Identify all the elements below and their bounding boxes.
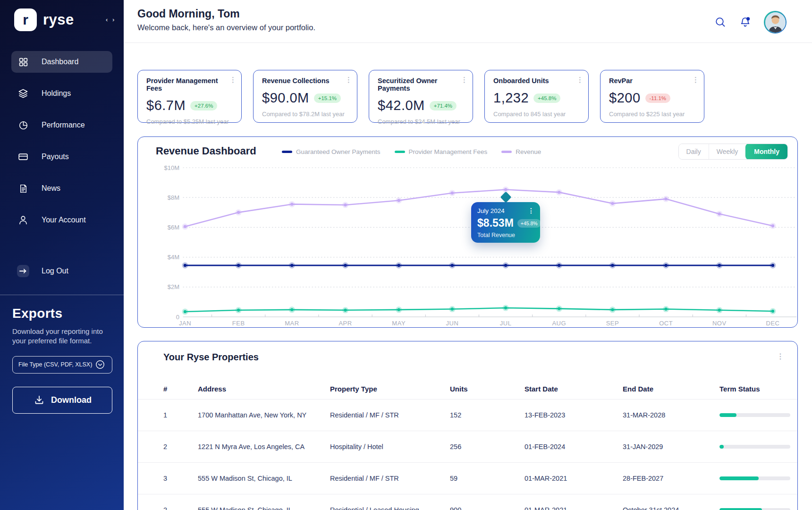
column-header: Term Status bbox=[719, 385, 798, 393]
term-status-fill bbox=[719, 413, 736, 417]
term-status-bar bbox=[719, 445, 790, 449]
sidebar-nav: DashboardHoldingsPerformancePayoutsNewsY… bbox=[0, 51, 124, 292]
kpi-kebab-icon[interactable]: ⋮ bbox=[229, 76, 237, 83]
range-button-weekly[interactable]: Weekly bbox=[709, 144, 746, 159]
exports-title: Exports bbox=[12, 306, 112, 321]
main-content: Good Morning, Tom Welcome back, here's a… bbox=[124, 0, 812, 510]
kpi-value: 1,232 bbox=[493, 90, 529, 106]
legend-label: Revenue bbox=[516, 148, 541, 155]
cell-start: 01-MAR-2021 bbox=[524, 475, 623, 482]
cell-num: 3 bbox=[163, 475, 198, 482]
svg-text:NOV: NOV bbox=[712, 320, 727, 327]
kpi-change-badge: +45.8% bbox=[533, 94, 560, 103]
kpi-compare-text: Compared to $24.5M last year bbox=[378, 118, 466, 125]
kpi-card-securitized-owner-payments: Securitized Owner Payments⋮$42.0M+71.4%C… bbox=[369, 70, 473, 123]
kpi-compare-text: Compared to $5.25M last year bbox=[146, 118, 235, 125]
payouts-icon bbox=[17, 151, 29, 163]
tooltip-change-badge: +45.8% bbox=[517, 219, 541, 228]
download-button[interactable]: Download bbox=[12, 387, 112, 414]
sidebar-item-holdings[interactable]: Holdings bbox=[11, 83, 112, 104]
sidebar-item-news[interactable]: News bbox=[11, 178, 112, 199]
table-row[interactable]: 3555 W Madison St, Chicago, ILResidentia… bbox=[138, 463, 797, 494]
dashboard-icon bbox=[17, 56, 29, 68]
tooltip-value: $8.53M bbox=[477, 217, 514, 230]
search-icon[interactable] bbox=[714, 16, 727, 28]
page-subtitle: Welcome back, here's an overview of your… bbox=[137, 23, 315, 32]
cell-num: 1 bbox=[163, 411, 198, 419]
legend-swatch bbox=[282, 151, 292, 153]
table-row[interactable]: 2555 W Madison St, Chicago, ILResidentia… bbox=[138, 494, 797, 510]
kpi-value: $42.0M bbox=[378, 98, 425, 113]
term-status-fill bbox=[719, 445, 724, 449]
svg-text:$10M: $10M bbox=[164, 164, 179, 171]
kpi-title: RevPar bbox=[609, 77, 697, 85]
cell-start: 01-FEB-2024 bbox=[524, 443, 623, 450]
chart-tooltip: July 2024 ⋮ $8.53M +45.8% Total Revenue bbox=[471, 202, 540, 243]
svg-text:$4M: $4M bbox=[168, 254, 179, 261]
cell-start: 01-MAR-2021 bbox=[524, 506, 623, 510]
tooltip-kebab-icon[interactable]: ⋮ bbox=[528, 207, 534, 214]
kpi-change-badge: +15.1% bbox=[314, 94, 341, 103]
svg-text:OCT: OCT bbox=[659, 320, 673, 327]
svg-text:JAN: JAN bbox=[179, 320, 191, 327]
notification-bell-icon[interactable] bbox=[739, 16, 752, 29]
kpi-card-revpar: RevPar⋮$200-11.1%Compared to $225 last y… bbox=[600, 70, 704, 123]
exports-description: Download your reporting into your prefer… bbox=[12, 327, 112, 346]
cell-units: 152 bbox=[450, 411, 524, 419]
range-button-daily[interactable]: Daily bbox=[679, 144, 709, 159]
page-title: Good Morning, Tom bbox=[137, 8, 240, 20]
logout-icon bbox=[17, 265, 29, 277]
cell-units: 900 bbox=[450, 506, 524, 510]
table-row[interactable]: 11700 Manhattan Ave, New York, NYResiden… bbox=[138, 400, 797, 431]
kpi-title: Onboarded Units bbox=[493, 77, 582, 85]
sidebar-item-your-account[interactable]: Your Account bbox=[11, 209, 112, 231]
sidebar-item-dashboard[interactable]: Dashboard bbox=[11, 51, 112, 73]
cell-units: 59 bbox=[450, 475, 524, 482]
svg-text:MAY: MAY bbox=[392, 320, 406, 327]
term-status-bar bbox=[719, 476, 790, 480]
svg-text:$8M: $8M bbox=[168, 194, 179, 201]
kpi-kebab-icon[interactable]: ⋮ bbox=[345, 76, 352, 83]
tooltip-caption: Total Revenue bbox=[477, 232, 534, 238]
term-status-fill bbox=[719, 508, 762, 510]
table-row[interactable]: 21221 N Myra Ave, Los Angeles, CAHospita… bbox=[138, 431, 797, 463]
svg-text:MAR: MAR bbox=[285, 320, 299, 327]
legend-swatch bbox=[501, 151, 512, 153]
legend-swatch bbox=[395, 151, 405, 153]
sidebar-collapse-toggle[interactable]: ‹ › bbox=[106, 16, 116, 23]
kpi-card-provider-management-fees: Provider Management Fees⋮$6.7M+27.6%Comp… bbox=[137, 70, 242, 123]
cell-address: 1700 Manhattan Ave, New York, NY bbox=[198, 411, 330, 419]
table-header-row: #AddressProperty TypeUnitsStart DateEnd … bbox=[138, 378, 797, 400]
sidebar-item-performance[interactable]: Performance bbox=[11, 114, 112, 136]
revenue-line-chart[interactable]: $10M$8M$6M$4M$2M0JANFEBMARAPRMAYJUNJULAU… bbox=[138, 161, 798, 327]
kpi-title: Revenue Collections bbox=[262, 77, 350, 85]
file-type-select[interactable]: File Type (CSV, PDF, XLSX) bbox=[12, 356, 112, 374]
svg-text:JUN: JUN bbox=[446, 320, 459, 327]
kpi-kebab-icon[interactable]: ⋮ bbox=[461, 76, 468, 83]
topbar: Good Morning, Tom Welcome back, here's a… bbox=[124, 0, 812, 43]
sidebar-item-label: Your Account bbox=[42, 216, 86, 224]
cell-type: Hospitality / Hotel bbox=[330, 443, 450, 450]
logo-text: ryse bbox=[43, 11, 74, 28]
range-button-monthly[interactable]: Monthly bbox=[745, 144, 788, 160]
kpi-kebab-icon[interactable]: ⋮ bbox=[692, 76, 699, 83]
svg-text:$2M: $2M bbox=[168, 283, 179, 290]
sidebar-item-log-out[interactable]: Log Out bbox=[11, 260, 112, 282]
chart-legend: Guaranteed Owner PaymentsProvider Manage… bbox=[282, 148, 541, 155]
properties-kebab-icon[interactable]: ⋮ bbox=[777, 352, 784, 361]
kpi-card-onboarded-units: Onboarded Units⋮1,232+45.8%Compared to 8… bbox=[484, 70, 589, 123]
user-avatar[interactable] bbox=[764, 11, 787, 34]
svg-text:APR: APR bbox=[338, 320, 352, 327]
sidebar-item-payouts[interactable]: Payouts bbox=[11, 146, 112, 168]
cell-end: 31-JAN-2029 bbox=[623, 443, 719, 450]
properties-card: Your Ryse Properties ⋮ #AddressProperty … bbox=[137, 341, 798, 510]
legend-item-provider-management-fees: Provider Management Fees bbox=[395, 148, 488, 155]
legend-item-guaranteed-owner-payments: Guaranteed Owner Payments bbox=[282, 148, 381, 155]
kpi-kebab-icon[interactable]: ⋮ bbox=[576, 76, 584, 83]
column-header: Start Date bbox=[524, 385, 623, 393]
file-type-placeholder: File Type (CSV, PDF, XLSX) bbox=[18, 361, 92, 368]
cell-type: Residential / Leased Housing bbox=[330, 506, 450, 510]
svg-text:JUL: JUL bbox=[500, 320, 512, 327]
properties-table: #AddressProperty TypeUnitsStart DateEnd … bbox=[138, 378, 797, 510]
sidebar: r ryse ‹ › DashboardHoldingsPerformanceP… bbox=[0, 0, 124, 510]
